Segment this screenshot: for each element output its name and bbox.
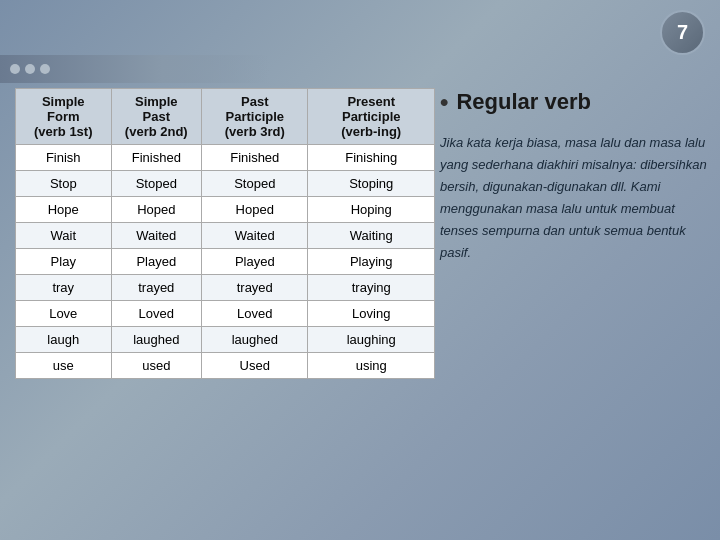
cell-1-0: Stop <box>16 171 112 197</box>
cell-3-2: Waited <box>202 223 308 249</box>
cell-5-1: trayed <box>111 275 202 301</box>
cell-4-3: Playing <box>308 249 435 275</box>
col-header-2: Simple Past (verb 2nd) <box>111 89 202 145</box>
cell-2-3: Hoping <box>308 197 435 223</box>
col-header-4: Present Participle (verb-ing) <box>308 89 435 145</box>
cell-2-1: Hoped <box>111 197 202 223</box>
table-row: useusedUsedusing <box>16 353 435 379</box>
top-banner <box>0 55 270 83</box>
table-row: HopeHopedHopedHoping <box>16 197 435 223</box>
cell-1-3: Stoping <box>308 171 435 197</box>
cell-5-2: trayed <box>202 275 308 301</box>
cell-0-2: Finished <box>202 145 308 171</box>
banner-dots <box>10 64 50 74</box>
cell-0-1: Finished <box>111 145 202 171</box>
left-panel: Simple Form (verb 1st) Simple Past (verb… <box>15 88 435 520</box>
cell-5-3: traying <box>308 275 435 301</box>
cell-0-3: Finishing <box>308 145 435 171</box>
cell-4-2: Played <box>202 249 308 275</box>
page-number-badge: 7 <box>660 10 705 55</box>
cell-4-1: Played <box>111 249 202 275</box>
cell-4-0: Play <box>16 249 112 275</box>
cell-7-2: laughed <box>202 327 308 353</box>
cell-8-3: using <box>308 353 435 379</box>
page-number: 7 <box>677 21 688 44</box>
cell-8-0: use <box>16 353 112 379</box>
cell-3-1: Waited <box>111 223 202 249</box>
cell-2-0: Hope <box>16 197 112 223</box>
cell-1-1: Stoped <box>111 171 202 197</box>
right-panel: • Regular verb Jika kata kerja biasa, ma… <box>440 88 710 520</box>
table-row: PlayPlayedPlayedPlaying <box>16 249 435 275</box>
cell-6-2: Loved <box>202 301 308 327</box>
cell-3-3: Waiting <box>308 223 435 249</box>
cell-0-0: Finish <box>16 145 112 171</box>
cell-7-3: laughing <box>308 327 435 353</box>
table-row: LoveLovedLovedLoving <box>16 301 435 327</box>
title-text: Regular verb <box>456 89 591 115</box>
dot-1 <box>10 64 20 74</box>
cell-6-3: Loving <box>308 301 435 327</box>
cell-3-0: Wait <box>16 223 112 249</box>
verb-table: Simple Form (verb 1st) Simple Past (verb… <box>15 88 435 379</box>
table-row: laughlaughedlaughedlaughing <box>16 327 435 353</box>
cell-7-0: laugh <box>16 327 112 353</box>
bullet-icon: • <box>440 88 448 116</box>
col-header-1: Simple Form (verb 1st) <box>16 89 112 145</box>
table-row: StopStopedStopedStoping <box>16 171 435 197</box>
dot-3 <box>40 64 50 74</box>
cell-8-1: used <box>111 353 202 379</box>
section-title: • Regular verb <box>440 88 710 116</box>
cell-1-2: Stoped <box>202 171 308 197</box>
table-row: FinishFinishedFinishedFinishing <box>16 145 435 171</box>
cell-6-1: Loved <box>111 301 202 327</box>
dot-2 <box>25 64 35 74</box>
cell-8-2: Used <box>202 353 308 379</box>
description-text: Jika kata kerja biasa, masa lalu dan mas… <box>440 132 710 265</box>
cell-2-2: Hoped <box>202 197 308 223</box>
table-row: traytrayedtrayedtraying <box>16 275 435 301</box>
col-header-3: Past Participle (verb 3rd) <box>202 89 308 145</box>
cell-7-1: laughed <box>111 327 202 353</box>
cell-5-0: tray <box>16 275 112 301</box>
cell-6-0: Love <box>16 301 112 327</box>
table-row: WaitWaitedWaitedWaiting <box>16 223 435 249</box>
